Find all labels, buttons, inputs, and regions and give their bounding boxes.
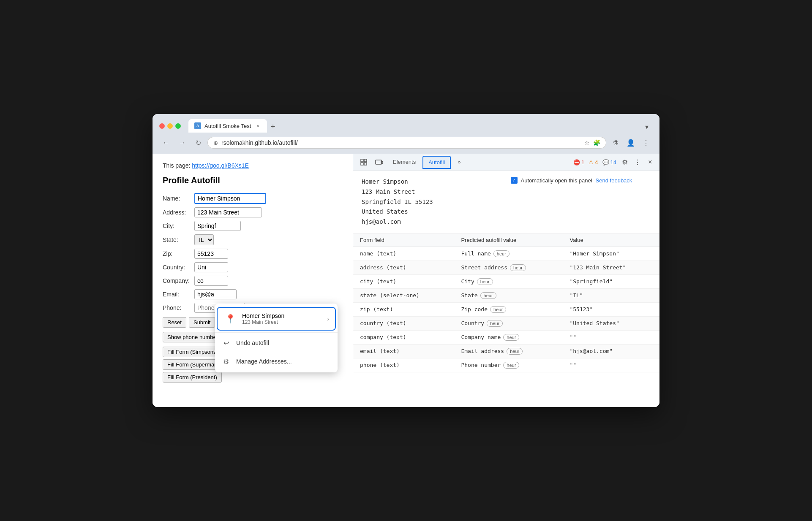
form-row-company: Company: bbox=[163, 276, 343, 286]
predicted-cell: Cityheur bbox=[454, 274, 563, 288]
lab-icon[interactable]: ⚗ bbox=[609, 136, 622, 149]
predicted-cell: Phone numberheur bbox=[454, 358, 563, 372]
address-text: rsolomakhin.github.io/autofill/ bbox=[221, 139, 581, 146]
address-input[interactable] bbox=[194, 207, 262, 217]
form-row-zip: Zip: bbox=[163, 249, 343, 259]
inspector-icon[interactable] bbox=[357, 154, 371, 171]
toolbar-icons: ⚗ 👤 ⋮ bbox=[609, 136, 653, 149]
minimize-traffic-light[interactable] bbox=[167, 123, 173, 129]
email-label: Email: bbox=[163, 291, 194, 298]
send-feedback-link[interactable]: Send feedback bbox=[596, 177, 632, 184]
autofill-settings: ✓ Automatically open this panel Send fee… bbox=[511, 177, 651, 227]
col-predicted: Predicted autofill value bbox=[454, 233, 563, 247]
back-button[interactable]: ← bbox=[159, 136, 173, 149]
field-cell: address (text) bbox=[353, 260, 454, 274]
devtools-more-button[interactable]: ⋮ bbox=[632, 156, 643, 168]
value-cell: "IL" bbox=[563, 288, 659, 302]
company-input[interactable] bbox=[194, 276, 228, 286]
address-tune-icon: ⊕ bbox=[213, 140, 218, 146]
browser-tab[interactable]: A Autofill Smoke Test × bbox=[188, 119, 267, 133]
value-cell: "" bbox=[563, 358, 659, 372]
address-extension-icon[interactable]: 🧩 bbox=[593, 139, 600, 146]
profile-icon[interactable]: 👤 bbox=[624, 136, 638, 149]
errors-count: 1 bbox=[581, 159, 584, 166]
reset-button[interactable]: Reset bbox=[163, 317, 186, 328]
toolbar: ← → ↻ ⊕ rsolomakhin.github.io/autofill/ … bbox=[153, 133, 659, 154]
refresh-button[interactable]: ↻ bbox=[191, 136, 205, 149]
field-cell: country (text) bbox=[353, 316, 454, 330]
predicted-cell: Email addressheur bbox=[454, 344, 563, 358]
autofill-address-block: Homer Simpson 123 Main Street Springfiel… bbox=[362, 177, 502, 227]
auto-open-checkbox[interactable]: ✓ bbox=[511, 177, 518, 184]
heur-badge: heur bbox=[503, 334, 519, 341]
table-row: city (text) Cityheur "Springfield" bbox=[353, 274, 659, 288]
predicted-cell: Countryheur bbox=[454, 316, 563, 330]
tab-bar: A Autofill Smoke Test × + ▾ bbox=[188, 119, 653, 133]
heur-badge: heur bbox=[487, 320, 503, 327]
city-input[interactable] bbox=[194, 221, 241, 231]
country-label: Country: bbox=[163, 264, 194, 271]
field-cell: phone (text) bbox=[353, 358, 454, 372]
email-input[interactable] bbox=[194, 289, 237, 299]
more-tabs-button[interactable]: » bbox=[452, 155, 466, 169]
page-link-line: This page: https://goo.gl/B6Xs1E bbox=[163, 162, 343, 169]
table-row: zip (text) Zip codeheur "55123" bbox=[353, 302, 659, 316]
fill-president-button[interactable]: Fill Form (President) bbox=[163, 372, 222, 383]
field-cell: state (select-one) bbox=[353, 288, 454, 302]
devtools-close-button[interactable]: × bbox=[644, 156, 656, 168]
autofill-summary: Homer Simpson 123 Main Street Springfiel… bbox=[353, 171, 659, 233]
tab-favicon: A bbox=[194, 122, 201, 129]
submit-button[interactable]: Submit bbox=[189, 317, 215, 328]
close-traffic-light[interactable] bbox=[159, 123, 165, 129]
phone-label: Phone: bbox=[163, 304, 194, 311]
country-input[interactable] bbox=[194, 262, 228, 272]
fill-simpsons-button[interactable]: Fill Form (Simpsons) bbox=[163, 347, 223, 357]
maximize-traffic-light[interactable] bbox=[175, 123, 181, 129]
settings-button[interactable]: ⚙ bbox=[619, 156, 631, 168]
company-label: Company: bbox=[163, 277, 194, 284]
value-cell: "123 Main Street" bbox=[563, 260, 659, 274]
undo-autofill-item[interactable]: ↩ Undo autofill bbox=[215, 334, 338, 352]
name-label: Name: bbox=[163, 195, 194, 202]
autofill-profile-info: Homer Simpson 123 Main Street bbox=[242, 312, 322, 325]
manage-addresses-item[interactable]: ⚙ Manage Addresses... bbox=[215, 352, 338, 371]
state-label: State: bbox=[163, 236, 194, 243]
predicted-cell: Company nameheur bbox=[454, 330, 563, 344]
page-link[interactable]: https://goo.gl/B6Xs1E bbox=[192, 162, 249, 169]
undo-icon: ↩ bbox=[221, 338, 231, 348]
form-row-name: Name: bbox=[163, 193, 343, 204]
table-row: phone (text) Phone numberheur "" bbox=[353, 358, 659, 372]
address-line-5: hjs@aol.com bbox=[362, 217, 502, 227]
tab-title: Autofill Smoke Test bbox=[204, 123, 251, 129]
autofill-tab[interactable]: Autofill bbox=[422, 156, 451, 169]
field-cell: name (text) bbox=[353, 247, 454, 260]
zip-input[interactable] bbox=[194, 249, 228, 259]
address-star-icon[interactable]: ☆ bbox=[584, 139, 590, 146]
responsive-icon[interactable] bbox=[372, 154, 386, 171]
heur-badge: heur bbox=[507, 348, 523, 355]
form-row-email: Email: bbox=[163, 289, 343, 299]
menu-icon[interactable]: ⋮ bbox=[639, 136, 653, 149]
table-row: country (text) Countryheur "United State… bbox=[353, 316, 659, 330]
auto-open-row: ✓ Automatically open this panel Send fee… bbox=[511, 177, 651, 184]
address-bar[interactable]: ⊕ rsolomakhin.github.io/autofill/ ☆ 🧩 bbox=[207, 137, 606, 149]
forward-button[interactable]: → bbox=[175, 136, 189, 149]
info-icon: 💬 bbox=[602, 159, 609, 166]
autofill-profile-item[interactable]: 📍 Homer Simpson 123 Main Street › bbox=[217, 307, 336, 331]
warnings-badge: ⚠ 4 bbox=[587, 159, 599, 166]
title-bar: A Autofill Smoke Test × + ▾ bbox=[153, 114, 659, 133]
address-line-2: 123 Main Street bbox=[362, 187, 502, 197]
warnings-count: 4 bbox=[595, 159, 598, 166]
value-cell: "hjs@aol.com" bbox=[563, 344, 659, 358]
new-tab-button[interactable]: + bbox=[267, 121, 279, 133]
browser-content: This page: https://goo.gl/B6Xs1E Profile… bbox=[153, 154, 659, 407]
svg-rect-3 bbox=[364, 163, 367, 165]
predicted-cell: Full nameheur bbox=[454, 247, 563, 260]
state-select[interactable]: IL bbox=[194, 234, 214, 245]
tab-dropdown-button[interactable]: ▾ bbox=[641, 121, 653, 133]
show-phone-button[interactable]: Show phone number bbox=[163, 332, 223, 342]
heur-badge: heur bbox=[493, 250, 510, 257]
elements-tab[interactable]: Elements bbox=[387, 155, 422, 169]
tab-close-button[interactable]: × bbox=[254, 122, 261, 129]
name-input[interactable] bbox=[194, 193, 266, 204]
